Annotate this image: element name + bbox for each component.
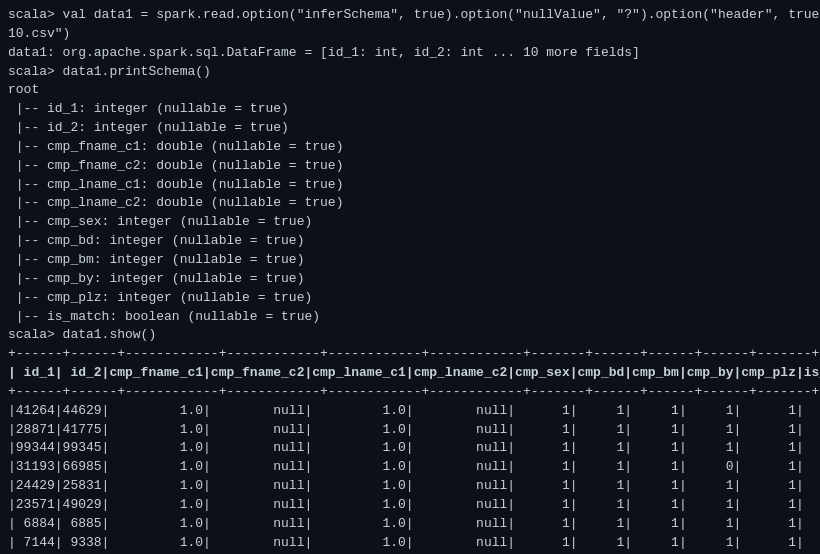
terminal-line-cmd1: scala> val data1 = spark.read.option("in… bbox=[8, 6, 812, 25]
terminal-line-cmd1b: 10.csv") bbox=[8, 25, 812, 44]
terminal-line-schema_root: root bbox=[8, 81, 812, 100]
terminal-line-r7: | 6884| 6885| 1.0| null| 1.0| null| 1| 1… bbox=[8, 515, 812, 534]
terminal-line-div2: +------+------+------------+------------… bbox=[8, 383, 812, 402]
terminal-line-s11: |-- cmp_plz: integer (nullable = true) bbox=[8, 289, 812, 308]
terminal-line-s10: |-- cmp_by: integer (nullable = true) bbox=[8, 270, 812, 289]
terminal-line-s1: |-- id_1: integer (nullable = true) bbox=[8, 100, 812, 119]
terminal-line-r8: | 7144| 9338| 1.0| null| 1.0| null| 1| 1… bbox=[8, 534, 812, 553]
terminal-line-s3: |-- cmp_fname_c1: double (nullable = tru… bbox=[8, 138, 812, 157]
terminal: scala> val data1 = spark.read.option("in… bbox=[0, 0, 820, 554]
terminal-line-div1: +------+------+------------+------------… bbox=[8, 345, 812, 364]
terminal-line-r4: |31193|66985| 1.0| null| 1.0| null| 1| 1… bbox=[8, 458, 812, 477]
terminal-line-r5: |24429|25831| 1.0| null| 1.0| null| 1| 1… bbox=[8, 477, 812, 496]
terminal-line-thead: | id_1| id_2|cmp_fname_c1|cmp_fname_c2|c… bbox=[8, 364, 812, 383]
terminal-line-result1: data1: org.apache.spark.sql.DataFrame = … bbox=[8, 44, 812, 63]
terminal-line-s2: |-- id_2: integer (nullable = true) bbox=[8, 119, 812, 138]
terminal-line-s9: |-- cmp_bm: integer (nullable = true) bbox=[8, 251, 812, 270]
terminal-line-s4: |-- cmp_fname_c2: double (nullable = tru… bbox=[8, 157, 812, 176]
terminal-line-s8: |-- cmp_bd: integer (nullable = true) bbox=[8, 232, 812, 251]
terminal-line-cmd2: scala> data1.printSchema() bbox=[8, 63, 812, 82]
terminal-line-s5: |-- cmp_lname_c1: double (nullable = tru… bbox=[8, 176, 812, 195]
terminal-line-r2: |28871|41775| 1.0| null| 1.0| null| 1| 1… bbox=[8, 421, 812, 440]
terminal-line-r6: |23571|49029| 1.0| null| 1.0| null| 1| 1… bbox=[8, 496, 812, 515]
terminal-line-s12: |-- is_match: boolean (nullable = true) bbox=[8, 308, 812, 327]
terminal-line-s6: |-- cmp_lname_c2: double (nullable = tru… bbox=[8, 194, 812, 213]
terminal-line-r1: |41264|44629| 1.0| null| 1.0| null| 1| 1… bbox=[8, 402, 812, 421]
terminal-line-cmd3: scala> data1.show() bbox=[8, 326, 812, 345]
terminal-line-s7: |-- cmp_sex: integer (nullable = true) bbox=[8, 213, 812, 232]
terminal-line-r3: |99344|99345| 1.0| null| 1.0| null| 1| 1… bbox=[8, 439, 812, 458]
